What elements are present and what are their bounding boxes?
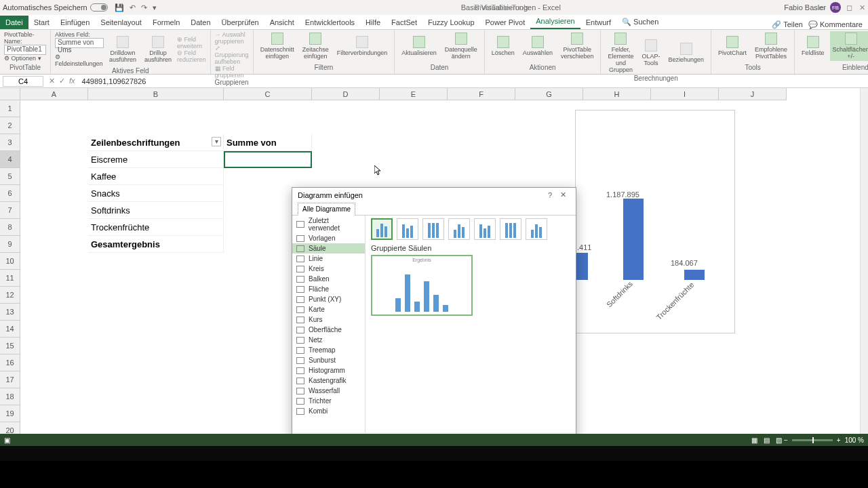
clear-button[interactable]: Löschen xyxy=(489,35,517,58)
chart-category-item[interactable]: Treemap xyxy=(292,345,365,355)
subtype-100-stacked-column[interactable] xyxy=(422,218,444,240)
windows-taskbar[interactable] xyxy=(0,446,868,461)
col-header-C[interactable]: C xyxy=(224,88,312,100)
redo-icon[interactable]: ↷ xyxy=(141,3,147,12)
chart-category-item[interactable]: Punkt (XY) xyxy=(292,294,365,304)
cell[interactable]: Zeilenbeschriftungen xyxy=(88,134,224,151)
ribbon-options-icon[interactable]: ▭ xyxy=(818,3,825,12)
search-ribbon[interactable]: 🔍 Suchen xyxy=(616,15,664,29)
formula-input[interactable]: 449891,109627826 xyxy=(78,77,146,85)
chart-category-item[interactable]: Fläche xyxy=(292,284,365,294)
row-header-7[interactable]: 7 xyxy=(0,202,20,219)
autosave-toggle[interactable]: Automatisches Speichern xyxy=(3,3,108,12)
tab-view[interactable]: Ansicht xyxy=(264,16,300,29)
cell[interactable]: Softdrinks xyxy=(88,202,224,219)
options-button[interactable]: ⚙ Optionen ▾ xyxy=(4,55,46,62)
subtype-stacked-column[interactable] xyxy=(397,218,418,240)
tab-file[interactable]: Datei xyxy=(0,16,28,29)
subtype-3d-column[interactable] xyxy=(526,218,547,240)
slicer-button[interactable]: Datenschnitt einfügen xyxy=(258,31,297,61)
row-header-5[interactable]: 5 xyxy=(0,168,20,185)
row-header-2[interactable]: 2 xyxy=(0,117,20,134)
minimize-icon[interactable]: — xyxy=(832,3,840,12)
zoom-out-icon[interactable]: − xyxy=(784,436,788,444)
tab-pagelayout[interactable]: Seitenlayout xyxy=(95,16,147,29)
changedata-button[interactable]: Datenquelle ändern xyxy=(442,31,480,61)
row-header-1[interactable]: 1 xyxy=(0,100,20,117)
cell[interactable]: Eiscreme xyxy=(88,151,224,168)
row-header-10[interactable]: 10 xyxy=(0,253,20,270)
subtype-3d-stacked[interactable] xyxy=(474,218,496,240)
dialog-close-icon[interactable]: ✕ xyxy=(556,190,570,199)
plusminus-button[interactable]: Schaltflächen +/- xyxy=(830,31,868,61)
chart-category-item[interactable]: Säule xyxy=(292,243,365,253)
undo-icon[interactable]: ↶ xyxy=(130,3,136,12)
share-button[interactable]: 🔗 Teilen xyxy=(772,20,803,29)
maximize-icon[interactable]: ◻ xyxy=(846,3,852,12)
rowlabel-filter-icon[interactable]: ▾ xyxy=(212,137,221,146)
help-icon[interactable]: ? xyxy=(544,191,556,199)
cell[interactable] xyxy=(224,151,312,168)
col-header-G[interactable]: G xyxy=(515,88,583,100)
row-header-19[interactable]: 19 xyxy=(0,405,20,422)
select-button[interactable]: Auswählen xyxy=(520,35,555,58)
zoom-slider[interactable] xyxy=(792,439,833,441)
timeline-button[interactable]: Zeitachse einfügen xyxy=(300,31,332,61)
select-all-corner[interactable] xyxy=(0,88,20,100)
col-header-D[interactable]: D xyxy=(312,88,380,100)
tab-developer[interactable]: Entwicklertools xyxy=(300,16,360,29)
chart-category-item[interactable]: Sunburst xyxy=(292,355,365,365)
row-header-11[interactable]: 11 xyxy=(0,270,20,287)
row-header-16[interactable]: 16 xyxy=(0,354,20,371)
col-header-B[interactable]: B xyxy=(88,88,224,100)
chart-category-item[interactable]: Karte xyxy=(292,304,365,314)
col-header-A[interactable]: A xyxy=(20,88,88,100)
chart-category-item[interactable]: Kreis xyxy=(292,264,365,274)
pivotchart-button[interactable]: PivotChart xyxy=(715,35,749,58)
tab-review[interactable]: Überprüfen xyxy=(216,16,264,29)
tab-data[interactable]: Daten xyxy=(185,16,216,29)
fieldlist-button[interactable]: Feldliste xyxy=(799,35,827,58)
row-header-17[interactable]: 17 xyxy=(0,371,20,388)
row-header-13[interactable]: 13 xyxy=(0,304,20,321)
close-icon[interactable]: ✕ xyxy=(859,3,865,12)
dialog-tab-all[interactable]: Alle Diagramme xyxy=(298,203,355,216)
subtype-3d-100-stacked[interactable] xyxy=(500,218,521,240)
tab-design[interactable]: Entwurf xyxy=(580,16,616,29)
row-header-12[interactable]: 12 xyxy=(0,287,20,304)
chart-category-item[interactable]: Trichter xyxy=(292,396,365,406)
drilldown-button[interactable]: Drilldown ausführen xyxy=(106,35,139,64)
row-header-6[interactable]: 6 xyxy=(0,185,20,202)
view-pagebreak-icon[interactable]: ▧ xyxy=(776,436,782,444)
col-header-H[interactable]: H xyxy=(583,88,651,100)
chart-category-item[interactable]: Kastengrafik xyxy=(292,375,365,386)
name-box[interactable]: C4 xyxy=(3,76,43,87)
chart-category-item[interactable]: Wasserfall xyxy=(292,386,365,396)
comments-button[interactable]: 💬 Kommentare xyxy=(808,20,863,29)
view-normal-icon[interactable]: ▦ xyxy=(751,436,757,444)
tab-help[interactable]: Hilfe xyxy=(360,16,386,29)
chart-category-item[interactable]: Kombi xyxy=(292,406,365,416)
cancel-icon[interactable]: ✕ xyxy=(49,77,55,85)
spreadsheet-grid[interactable]: ABCDEFGHIJ 12345678910111213141516171819… xyxy=(0,88,868,441)
chart-category-item[interactable]: Vorlagen xyxy=(292,233,365,243)
cell[interactable]: Trockenfrüchte xyxy=(88,219,224,236)
chart-preview[interactable] xyxy=(371,255,473,316)
confirm-icon[interactable]: ✓ xyxy=(59,77,65,85)
col-header-E[interactable]: E xyxy=(380,88,448,100)
active-field-input[interactable]: Summe von Ums xyxy=(55,38,104,48)
fields-button[interactable]: Felder, Elemente und Gruppen xyxy=(605,31,636,75)
row-header-14[interactable]: 14 xyxy=(0,321,20,338)
col-header-J[interactable]: J xyxy=(719,88,787,100)
tab-formulas[interactable]: Formeln xyxy=(147,16,185,29)
tab-factset[interactable]: FactSet xyxy=(386,16,422,29)
tab-insert[interactable]: Einfügen xyxy=(55,16,95,29)
chart-category-item[interactable]: Netz xyxy=(292,335,365,345)
row-header-8[interactable]: 8 xyxy=(0,219,20,236)
subtype-clustered-column[interactable] xyxy=(371,218,393,240)
record-macro-icon[interactable]: ▣ xyxy=(4,436,10,444)
embedded-chart[interactable]: 1.187.895 .411 184.067 Softdrinks Trocke… xyxy=(575,110,735,333)
recommend-button[interactable]: Empfohlene PivotTables xyxy=(752,31,790,61)
collapse-button[interactable]: ⊖ Feld reduzieren xyxy=(177,49,206,63)
vertical-scrollbar[interactable] xyxy=(860,88,868,441)
